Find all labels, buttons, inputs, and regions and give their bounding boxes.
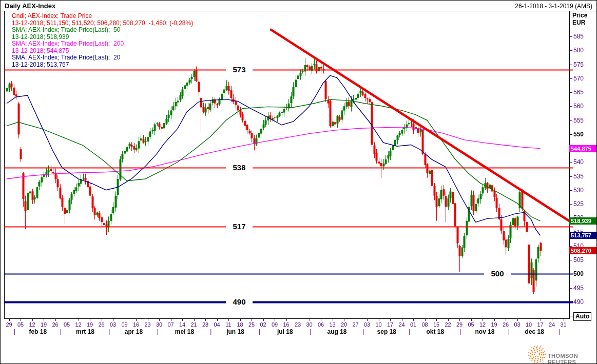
month-separator-0: | bbox=[14, 328, 15, 335]
time-tick-43: 26 bbox=[499, 321, 512, 328]
level-label-538: 538 bbox=[226, 163, 253, 172]
price-axis-title: Price EUR bbox=[572, 12, 587, 26]
time-tick-35: 01 bbox=[407, 321, 419, 328]
brand-text: THOMSON REUTERS bbox=[548, 353, 596, 364]
time-tick-16: 21 bbox=[188, 321, 200, 328]
time-tick-39: 29 bbox=[453, 321, 466, 328]
chart-window: Daily AEX-Index 26-1-2018 - 3-1-2019 (AM… bbox=[0, 0, 597, 364]
month-separator-3: | bbox=[157, 328, 159, 335]
month-separator-8: | bbox=[409, 328, 410, 335]
price-tick-535: 535 bbox=[573, 173, 596, 180]
price-tick-560: 560 bbox=[573, 103, 596, 110]
price-box-544_875: 544,875 bbox=[569, 145, 597, 152]
price-tick-550: 550 bbox=[573, 131, 596, 138]
time-tick-12: 23 bbox=[142, 321, 154, 328]
time-tick-33: 17 bbox=[384, 321, 396, 328]
legend-line-6: SMA; AEX-Index; Trade Price(Last); 20 bbox=[12, 54, 193, 62]
month-separator-11: | bbox=[559, 328, 561, 335]
price-box-508_270: 508,270 bbox=[569, 247, 597, 254]
price-tick-540: 540 bbox=[573, 158, 596, 166]
time-tick-22: 02 bbox=[257, 321, 269, 328]
price-tick-530: 530 bbox=[573, 187, 596, 194]
month-separator-5: | bbox=[259, 328, 260, 335]
time-tick-7: 19 bbox=[84, 321, 96, 328]
time-tick-46: 17 bbox=[534, 321, 547, 328]
price-tick-490: 490 bbox=[573, 298, 596, 306]
price-box-513_757: 513,757 bbox=[569, 232, 597, 239]
time-tick-30: 27 bbox=[350, 321, 362, 328]
month-label-aug: aug 18 bbox=[319, 328, 355, 335]
time-tick-45: 10 bbox=[523, 321, 535, 328]
time-tick-37: 15 bbox=[430, 321, 442, 328]
time-tick-23: 09 bbox=[268, 321, 281, 328]
month-label-jun: jun 18 bbox=[218, 328, 254, 335]
time-tick-31: 03 bbox=[361, 321, 373, 328]
legend-line-0: Cndl; AEX-Index; Trade Price bbox=[12, 13, 193, 20]
time-tick-20: 18 bbox=[234, 321, 246, 328]
price-tick-555: 555 bbox=[573, 117, 596, 124]
time-tick-29: 20 bbox=[338, 321, 350, 328]
time-tick-10: 09 bbox=[119, 321, 131, 328]
time-tick-19: 11 bbox=[222, 321, 235, 328]
logo-ring bbox=[532, 350, 542, 359]
time-tick-38: 22 bbox=[442, 321, 454, 328]
month-separator-10: | bbox=[508, 328, 510, 335]
logo-ring bbox=[534, 352, 540, 357]
time-tick-13: 30 bbox=[153, 321, 165, 328]
month-separator-2: | bbox=[108, 328, 110, 335]
time-tick-3: 19 bbox=[37, 321, 50, 328]
date-range-label: 26-1-2018 - 3-1-2019 (AMS) bbox=[515, 3, 592, 10]
time-tick-36: 08 bbox=[419, 321, 431, 328]
month-label-apr: apr 18 bbox=[116, 328, 152, 335]
time-tick-28: 13 bbox=[326, 321, 339, 328]
month-separator-4: | bbox=[210, 328, 211, 335]
time-tick-27: 06 bbox=[315, 321, 327, 328]
price-box-518_939: 518,939 bbox=[569, 217, 597, 225]
time-tick-4: 26 bbox=[49, 321, 62, 328]
time-tick-32: 10 bbox=[373, 321, 385, 328]
auto-scale-button[interactable]: Auto bbox=[573, 312, 591, 321]
time-tick-24: 16 bbox=[280, 321, 293, 328]
page-title: Daily AEX-Index bbox=[5, 2, 55, 10]
level-label-500: 500 bbox=[484, 269, 511, 278]
time-tick-44: 03 bbox=[511, 321, 524, 328]
time-tick-15: 14 bbox=[176, 321, 188, 328]
time-tick-41: 12 bbox=[476, 321, 489, 328]
thomson-reuters-logo-icon bbox=[528, 346, 546, 363]
time-tick-26: 30 bbox=[303, 321, 316, 328]
price-tick-585: 585 bbox=[573, 33, 596, 40]
time-tick-42: 19 bbox=[488, 321, 500, 328]
time-tick-18: 04 bbox=[211, 321, 223, 328]
legend-line-7: 13-12-2018; 513,757 bbox=[12, 62, 193, 69]
legend: Cndl; AEX-Index; Trade Price13-12-2018; … bbox=[12, 13, 193, 68]
time-tick-5: 05 bbox=[61, 321, 73, 328]
price-axis-title-text: Price EUR bbox=[572, 12, 587, 26]
month-separator-6: | bbox=[310, 328, 311, 335]
month-separator-7: | bbox=[362, 328, 364, 335]
level-label-517: 517 bbox=[226, 222, 253, 231]
time-tick-47: 24 bbox=[546, 321, 558, 328]
price-tick-575: 575 bbox=[573, 61, 596, 68]
legend-line-3: 13-12-2018; 518,939 bbox=[12, 34, 193, 41]
price-tick-495: 495 bbox=[573, 285, 596, 292]
time-tick-40: 05 bbox=[465, 321, 477, 328]
legend-line-4: SMA; AEX-Index; Trade Price(Last); 200 bbox=[12, 41, 193, 48]
month-label-mei: mei 18 bbox=[167, 328, 203, 335]
month-label-mrt: mrt 18 bbox=[67, 328, 103, 335]
time-tick-21: 25 bbox=[245, 321, 258, 328]
legend-line-5: 13-12-2018; 544,875 bbox=[12, 48, 193, 55]
time-tick-34: 24 bbox=[396, 321, 408, 328]
legend-line-2: SMA; AEX-Index; Trade Price(Last); 50 bbox=[12, 27, 193, 34]
month-label-sep: sep 18 bbox=[369, 328, 405, 335]
time-tick-11: 16 bbox=[130, 321, 142, 328]
price-tick-505: 505 bbox=[573, 256, 596, 264]
level-label-573: 573 bbox=[226, 65, 253, 74]
logo-ring bbox=[529, 346, 545, 362]
month-label-jul: jul 18 bbox=[267, 328, 303, 335]
price-tick-580: 580 bbox=[573, 47, 596, 54]
time-tick-17: 28 bbox=[199, 321, 211, 328]
time-tick-0: 29 bbox=[3, 321, 15, 328]
month-label-okt: okt 18 bbox=[417, 328, 453, 335]
legend-line-1: 13-12-2018; 511,150; 511,520; 506,280; 5… bbox=[12, 20, 193, 27]
time-tick-14: 07 bbox=[165, 321, 177, 328]
